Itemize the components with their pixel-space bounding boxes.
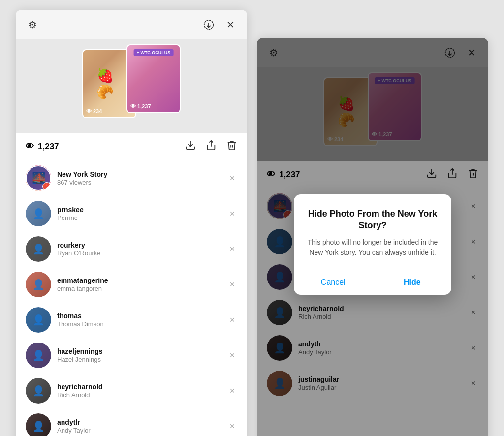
remove-button[interactable]: ✕ bbox=[227, 172, 237, 184]
user-info: New York Story 867 viewers bbox=[57, 170, 221, 186]
remove-button[interactable]: ✕ bbox=[227, 208, 237, 219]
real-name: Perrine bbox=[57, 214, 221, 221]
real-name: emma tangoren bbox=[57, 285, 221, 292]
list-item: 👤 hazeljennings Hazel Jennings ✕ bbox=[16, 338, 247, 373]
stats-row-left: 👁 1,237 bbox=[16, 133, 247, 160]
hide-photo-modal: Hide Photo From the New York Story? This… bbox=[294, 194, 451, 295]
list-item: 🌉 📍 New York Story 867 viewers ✕ bbox=[16, 160, 247, 196]
share-stats-button-left[interactable] bbox=[206, 140, 217, 153]
delete-stats-button-left[interactable] bbox=[226, 140, 237, 153]
remove-button[interactable]: ✕ bbox=[227, 314, 237, 326]
left-panel: ⚙ ✕ 👁234 + WTC OCULUS 👁1,237 bbox=[16, 10, 247, 436]
modal-body: This photo will no longer be included in… bbox=[306, 237, 440, 258]
user-list-left: 🌉 📍 New York Story 867 viewers ✕ 👤 prnsk… bbox=[16, 160, 247, 436]
user-info: thomas Thomas Dimson bbox=[57, 312, 221, 328]
user-info: heyricharnold Rich Arnold bbox=[57, 383, 221, 399]
user-info: andytlr Andy Taylor bbox=[57, 418, 221, 434]
modal-actions: Cancel Hide bbox=[294, 270, 451, 295]
user-info: hazeljennings Hazel Jennings bbox=[57, 347, 221, 363]
top-bar-actions-left: ✕ bbox=[202, 18, 237, 31]
list-item: 👤 thomas Thomas Dimson ✕ bbox=[16, 302, 247, 338]
download-stats-button-left[interactable] bbox=[185, 140, 196, 153]
pink-view-count-left: 👁1,237 bbox=[130, 103, 151, 109]
username: prnskee bbox=[57, 206, 221, 214]
avatar: 👤 bbox=[26, 378, 51, 404]
stats-actions-left bbox=[185, 140, 237, 153]
top-bar-left: ⚙ ✕ bbox=[16, 10, 247, 39]
real-name: Ryan O'Rourke bbox=[57, 249, 221, 257]
download-button-left[interactable] bbox=[202, 18, 216, 31]
username: emmatangerine bbox=[57, 277, 221, 284]
avatar: 🌉 📍 bbox=[26, 165, 51, 191]
close-button-left[interactable]: ✕ bbox=[223, 18, 237, 31]
user-info: emmatangerine emma tangoren bbox=[57, 277, 221, 292]
list-item: 👤 heyricharnold Rich Arnold ✕ bbox=[16, 373, 247, 408]
avatar: 👤 bbox=[26, 343, 51, 368]
eye-icon-left: 👁 bbox=[26, 142, 34, 152]
username: heyricharnold bbox=[57, 383, 221, 391]
username: rourkery bbox=[57, 241, 221, 249]
avatar: 👤 bbox=[26, 413, 51, 436]
remove-button[interactable]: ✕ bbox=[227, 279, 237, 290]
remove-button[interactable]: ✕ bbox=[227, 420, 237, 432]
username: andytlr bbox=[57, 418, 221, 426]
remove-button[interactable]: ✕ bbox=[227, 243, 237, 255]
story-thumb-pink-left: + WTC OCULUS 👁1,237 bbox=[126, 44, 181, 113]
username: thomas bbox=[57, 312, 221, 320]
real-name: Hazel Jennings bbox=[57, 356, 221, 363]
avatar: 👤 bbox=[26, 307, 51, 333]
location-pin: 📍 bbox=[42, 182, 51, 191]
username: hazeljennings bbox=[57, 347, 221, 355]
username: New York Story bbox=[57, 170, 221, 178]
food-view-count-left: 👁234 bbox=[86, 108, 102, 114]
real-name: Rich Arnold bbox=[57, 391, 221, 399]
list-item: 👤 rourkery Ryan O'Rourke ✕ bbox=[16, 231, 247, 267]
view-count-left: 👁 1,237 bbox=[26, 142, 59, 152]
hide-button[interactable]: Hide bbox=[373, 270, 452, 295]
modal-title: Hide Photo From the New York Story? bbox=[306, 208, 440, 231]
count-value-left: 1,237 bbox=[38, 142, 59, 152]
remove-button[interactable]: ✕ bbox=[227, 349, 237, 361]
modal-overlay: Hide Photo From the New York Story? This… bbox=[257, 38, 488, 436]
right-panel: ⚙ ✕ 👁234 + WTC OCUL bbox=[257, 38, 488, 436]
list-item: 👤 prnskee Perrine ✕ bbox=[16, 196, 247, 231]
avatar: 👤 bbox=[26, 201, 51, 226]
remove-button[interactable]: ✕ bbox=[227, 385, 237, 397]
list-item: 👤 andytlr Andy Taylor ✕ bbox=[16, 408, 247, 436]
story-label-left: + WTC OCULUS bbox=[134, 49, 174, 56]
real-name: 867 viewers bbox=[57, 179, 221, 186]
story-preview-left: 👁234 + WTC OCULUS 👁1,237 bbox=[16, 39, 247, 133]
real-name: Andy Taylor bbox=[57, 427, 221, 434]
settings-button-left[interactable]: ⚙ bbox=[26, 18, 39, 31]
cancel-button[interactable]: Cancel bbox=[294, 270, 373, 295]
avatar: 👤 bbox=[26, 236, 51, 262]
avatar: 👤 bbox=[26, 272, 51, 297]
real-name: Thomas Dimson bbox=[57, 320, 221, 328]
list-item: 👤 emmatangerine emma tangoren ✕ bbox=[16, 267, 247, 302]
user-info: rourkery Ryan O'Rourke bbox=[57, 241, 221, 257]
user-info: prnskee Perrine bbox=[57, 206, 221, 221]
